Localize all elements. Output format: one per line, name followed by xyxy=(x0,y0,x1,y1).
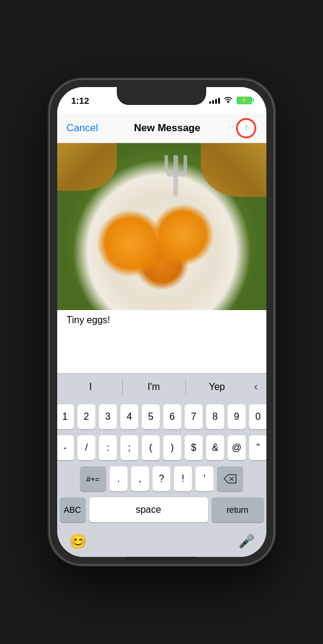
keyboard: 1 2 3 4 5 6 7 8 9 0 - / : ; ( ) $ & xyxy=(57,400,266,531)
home-indicator xyxy=(126,556,197,559)
key-space[interactable]: space xyxy=(89,497,208,522)
backspace-icon xyxy=(223,474,237,484)
key-3[interactable]: 3 xyxy=(99,404,117,429)
keyboard-row-special: #+= . , ? ! ' xyxy=(60,466,264,491)
page-title: New Message xyxy=(134,122,201,134)
key-lparen[interactable]: ( xyxy=(142,435,160,460)
fork-icon xyxy=(141,155,212,215)
suggestions-bar: I I'm Yep ‹ xyxy=(57,373,266,400)
key-1[interactable]: 1 xyxy=(57,404,74,429)
message-image xyxy=(57,143,266,310)
key-6[interactable]: 6 xyxy=(163,404,181,429)
key-rparen[interactable]: ) xyxy=(163,435,181,460)
battery-icon: ⚡ xyxy=(237,97,252,104)
phone-screen: 1:12 ⚡ xyxy=(57,87,266,557)
key-colon[interactable]: : xyxy=(99,435,117,460)
cancel-button[interactable]: Cancel xyxy=(67,122,98,134)
key-dollar[interactable]: $ xyxy=(185,435,203,460)
key-slash[interactable]: / xyxy=(77,435,95,460)
caption: Tiny eggs! xyxy=(57,310,266,330)
svg-rect-3 xyxy=(184,155,187,173)
signal-icon xyxy=(209,97,220,104)
key-question[interactable]: ? xyxy=(153,466,170,491)
keyboard-row-numbers: 1 2 3 4 5 6 7 8 9 0 xyxy=(60,404,264,429)
key-ampersand[interactable]: & xyxy=(206,435,224,460)
key-dash[interactable]: - xyxy=(57,435,74,460)
key-at[interactable]: @ xyxy=(228,435,246,460)
key-2[interactable]: 2 xyxy=(77,404,95,429)
bread-left xyxy=(57,143,117,191)
svg-rect-2 xyxy=(164,155,168,173)
key-4[interactable]: 4 xyxy=(120,404,138,429)
svg-point-0 xyxy=(227,101,229,103)
keyboard-row-bottom: ABC space return xyxy=(60,497,264,522)
emoji-button[interactable]: 😊 xyxy=(69,533,87,550)
key-9[interactable]: 9 xyxy=(228,404,246,429)
svg-rect-4 xyxy=(166,172,185,177)
key-exclamation[interactable]: ! xyxy=(174,466,192,491)
send-button[interactable]: ↑ xyxy=(236,118,256,138)
key-8[interactable]: 8 xyxy=(206,404,224,429)
suggestion-i[interactable]: I xyxy=(60,377,122,397)
suggestion-yep[interactable]: Yep xyxy=(186,377,249,397)
send-arrow-icon: ↑ xyxy=(244,123,249,132)
suggestion-im[interactable]: I'm xyxy=(123,377,185,397)
mic-button[interactable]: 🎤 xyxy=(238,534,254,549)
keyboard-backspace-suggestion[interactable]: ‹ xyxy=(249,378,264,395)
phone-frame: 1:12 ⚡ xyxy=(50,80,274,564)
wifi-icon xyxy=(223,96,233,105)
nav-bar: Cancel New Message ↑ xyxy=(57,113,266,143)
key-period[interactable]: . xyxy=(110,466,128,491)
key-semicolon[interactable]: ; xyxy=(120,435,138,460)
status-time: 1:12 xyxy=(72,95,89,106)
key-5[interactable]: 5 xyxy=(142,404,160,429)
key-apostrophe[interactable]: ' xyxy=(195,466,213,491)
keyboard-row-symbols: - / : ; ( ) $ & @ " xyxy=(60,435,264,460)
key-comma[interactable]: , xyxy=(131,466,149,491)
key-backspace[interactable] xyxy=(217,466,243,491)
key-return[interactable]: return xyxy=(212,497,264,522)
status-icons: ⚡ xyxy=(209,96,252,105)
key-abc[interactable]: ABC xyxy=(60,497,86,522)
key-0[interactable]: 0 xyxy=(249,404,266,429)
message-content: Tiny eggs! xyxy=(57,143,266,373)
key-7[interactable]: 7 xyxy=(185,404,203,429)
notch xyxy=(117,87,206,105)
bottom-bar: 😊 🎤 xyxy=(57,531,266,557)
key-hashtag[interactable]: #+= xyxy=(80,466,106,491)
key-quote[interactable]: " xyxy=(249,435,266,460)
